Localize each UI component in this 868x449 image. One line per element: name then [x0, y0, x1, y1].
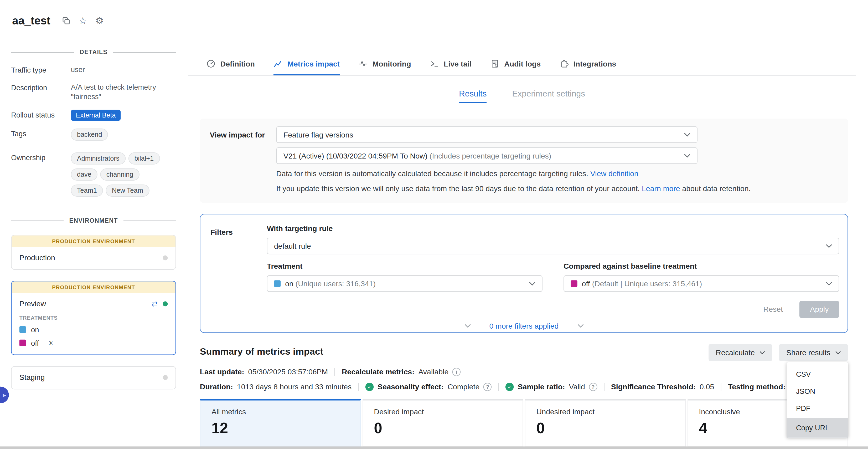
monitoring-icon [359, 59, 368, 68]
treatments-heading: TREATMENTS [20, 315, 168, 321]
recalculate-label: Recalculate [716, 349, 755, 357]
menu-item-pdf[interactable]: PDF [786, 400, 848, 417]
tab-monitoring[interactable]: Monitoring [359, 53, 411, 75]
env-status-dot [163, 255, 167, 260]
production-environment-banner: PRODUCTION ENVIRONMENT [11, 235, 176, 247]
significance-label: Significance Threshold: [611, 383, 696, 391]
menu-item-copy-url[interactable]: Copy URL [786, 418, 848, 438]
tab-audit-logs[interactable]: Audit logs [491, 53, 541, 75]
testing-method-label: Testing method: [728, 383, 785, 391]
page-title: aa_test [12, 14, 50, 27]
tab-label: Metrics impact [287, 60, 340, 68]
menu-item-csv[interactable]: CSV [786, 366, 848, 383]
tab-label: Monitoring [373, 60, 411, 68]
version-note: (Includes percentage targeting rules) [430, 151, 551, 160]
baseline-value: off (Default | Unique users: 315,461) [582, 279, 822, 288]
tag-pill: backend [71, 128, 108, 140]
treatment-row-off: off ✳ [20, 339, 168, 347]
share-results-menu: CSV JSON PDF Copy URL [786, 362, 848, 438]
env-card-production[interactable]: PRODUCTION ENVIRONMENT Production [11, 235, 176, 270]
chevron-down-icon [826, 244, 832, 248]
treatment-row-on: on [20, 325, 168, 334]
tab-live-tail[interactable]: Live tail [430, 53, 471, 75]
last-update-value: 05/30/2025 03:57:06PM [248, 368, 328, 376]
environment-heading: ENVIRONMENT [11, 217, 176, 223]
copy-icon[interactable] [62, 17, 70, 25]
learn-more-link[interactable]: Learn more [642, 184, 680, 193]
treatment-off-swatch [20, 340, 26, 346]
apply-button[interactable]: Apply [800, 301, 839, 318]
divider [604, 383, 604, 391]
subtab-bar: Results Experiment settings [188, 89, 856, 103]
version-dropdown[interactable]: V21 (Active) (10/03/2022 04:59PM To Now)… [276, 147, 698, 164]
horizontal-scrollbar[interactable] [0, 446, 868, 449]
tab-label: Definition [220, 60, 255, 68]
version-type-value: Feature flag versions [283, 130, 680, 139]
help-icon[interactable]: ? [484, 383, 492, 391]
version-note-line-1: Data for this version is automatically c… [276, 169, 838, 179]
env-card-preview[interactable]: PRODUCTION ENVIRONMENT Preview ⇄ TREATME… [11, 281, 176, 355]
recalculate-button[interactable]: Recalculate [709, 344, 772, 361]
metrics-impact-icon [274, 59, 282, 68]
star-icon[interactable]: ☆ [79, 16, 87, 26]
tab-metrics-impact[interactable]: Metrics impact [274, 53, 340, 75]
seasonality-label: Seasonality effect: [377, 383, 443, 391]
subtab-experiment-settings[interactable]: Experiment settings [512, 89, 585, 103]
integrations-icon [560, 59, 568, 68]
rollout-status-badge: External Beta [71, 109, 121, 120]
duration-value: 1013 days 8 hours and 33 minutes [237, 383, 351, 391]
subtab-results[interactable]: Results [459, 89, 487, 103]
card-value: 0 [374, 420, 512, 437]
sidebar-expand-handle[interactable]: ▶ [0, 387, 9, 403]
tab-integrations[interactable]: Integrations [560, 53, 616, 75]
owner-pill: channing [100, 168, 139, 180]
targeting-rule-dropdown[interactable]: default rule [267, 238, 839, 254]
duration-label: Duration: [200, 383, 233, 391]
env-active-dot [163, 301, 167, 306]
treatment-value: on (Unique users: 316,341) [285, 279, 525, 288]
rollout-status-value: External Beta [71, 109, 176, 120]
description-value: A/A test to check telemetry "fairness" [71, 82, 176, 102]
share-results-button[interactable]: Share results [779, 344, 848, 361]
env-card-staging[interactable]: Staging [11, 366, 176, 389]
details-rows: Traffic type user Description A/A test t… [11, 65, 176, 200]
owner-pill: dave [71, 168, 97, 180]
chevron-down-icon [578, 324, 584, 328]
card-all-metrics[interactable]: All metrics 12 [200, 399, 361, 447]
env-name-staging: Staging [20, 373, 45, 382]
owner-pill: Administrators [71, 152, 126, 164]
baseline-dropdown[interactable]: off (Default | Unique users: 315,461) [563, 275, 839, 292]
swap-arrows-icon: ⇄ [152, 300, 158, 307]
tags-value: backend [71, 128, 176, 144]
definition-icon [207, 59, 215, 68]
targeting-rule-value: default rule [274, 242, 822, 250]
help-icon[interactable]: ? [589, 383, 597, 391]
info-icon[interactable]: i [453, 368, 461, 376]
treatment-label: Treatment [267, 262, 542, 270]
card-value: 12 [212, 420, 349, 437]
owner-pill: Team1 [71, 184, 103, 197]
card-label: Undesired impact [536, 408, 674, 416]
treatment-on-swatch [274, 280, 281, 287]
menu-item-json[interactable]: JSON [786, 383, 848, 400]
treatment-dropdown[interactable]: on (Unique users: 316,341) [267, 275, 542, 292]
description-label: Description [11, 82, 71, 92]
sample-ratio-label: Sample ratio: [518, 383, 565, 391]
version-type-dropdown[interactable]: Feature flag versions [276, 126, 698, 143]
collapse-arrow-icon: ▶ [3, 392, 6, 397]
reset-button[interactable]: Reset [764, 305, 783, 313]
app-root: aa_test ☆ ⚙ DETAILS Traffic type user De… [0, 0, 868, 449]
view-impact-label: View impact for [210, 126, 276, 194]
card-undesired-impact[interactable]: Undesired impact 0 [525, 399, 686, 447]
view-definition-link[interactable]: View definition [590, 170, 639, 178]
view-impact-section: View impact for Feature flag versions V2… [200, 119, 848, 203]
more-filters-toggle[interactable]: 0 more filters applied [460, 322, 588, 330]
env-status-dot [163, 375, 167, 380]
summary-meta-line-1: Last update: 05/30/2025 03:57:06PM Recal… [200, 368, 848, 376]
audit-logs-icon [491, 59, 499, 68]
owner-pill: bilal+1 [128, 152, 160, 164]
gear-icon[interactable]: ⚙ [95, 16, 104, 26]
ownership-label: Ownership [11, 152, 71, 162]
tab-definition[interactable]: Definition [207, 53, 255, 75]
card-desired-impact[interactable]: Desired impact 0 [362, 399, 523, 447]
